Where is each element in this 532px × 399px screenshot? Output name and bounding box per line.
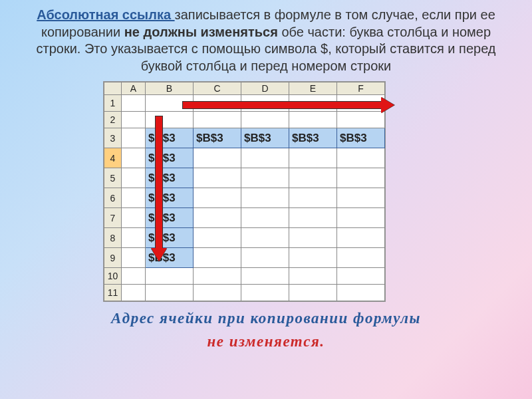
row-head: 8 bbox=[104, 228, 122, 248]
table-row: 6 $B$3 bbox=[104, 188, 385, 208]
cell bbox=[289, 168, 337, 188]
cell bbox=[337, 112, 385, 128]
cell bbox=[122, 188, 146, 208]
col-head: C bbox=[194, 82, 241, 95]
arrow-right-icon bbox=[182, 101, 383, 109]
table-row: 10 bbox=[104, 268, 385, 285]
cell-absolute-ref: $B$3 bbox=[146, 188, 194, 208]
cell bbox=[241, 168, 289, 188]
cell bbox=[289, 228, 337, 248]
table-row: 7 $B$3 bbox=[104, 208, 385, 228]
cell bbox=[194, 285, 241, 301]
table-row: 8 $B$3 bbox=[104, 228, 385, 248]
cell-absolute-ref: $B$3 bbox=[194, 128, 241, 148]
row-head: 9 bbox=[104, 248, 122, 268]
cell bbox=[122, 168, 146, 188]
cell bbox=[289, 148, 337, 168]
col-header-row: A B C D E F bbox=[104, 82, 385, 95]
cell bbox=[122, 95, 146, 112]
cell bbox=[122, 248, 146, 268]
cell bbox=[241, 285, 289, 301]
row-head: 11 bbox=[104, 285, 122, 301]
cell bbox=[337, 208, 385, 228]
cell bbox=[337, 148, 385, 168]
cell-absolute-ref: $B$3 bbox=[289, 128, 337, 148]
cell bbox=[146, 112, 194, 128]
table-row: 11 bbox=[104, 285, 385, 301]
cell bbox=[146, 268, 194, 285]
row-head: 4 bbox=[104, 148, 122, 168]
spreadsheet-grid: A B C D E F 1 2 3 bbox=[104, 82, 385, 301]
cell-absolute-ref: $B$3 bbox=[146, 128, 194, 148]
cell bbox=[194, 228, 241, 248]
cell bbox=[194, 248, 241, 268]
cell bbox=[241, 228, 289, 248]
cell bbox=[241, 148, 289, 168]
corner-cell bbox=[104, 82, 122, 95]
col-head: D bbox=[241, 82, 289, 95]
cell-absolute-ref: $B$3 bbox=[241, 128, 289, 148]
col-head: E bbox=[289, 82, 337, 95]
cell bbox=[337, 268, 385, 285]
cell bbox=[122, 128, 146, 148]
cell bbox=[241, 112, 289, 128]
cell bbox=[289, 112, 337, 128]
cell bbox=[194, 148, 241, 168]
cell bbox=[122, 112, 146, 128]
cell bbox=[241, 268, 289, 285]
conclusion-line-2: не изменяется. bbox=[207, 333, 325, 350]
cell bbox=[122, 148, 146, 168]
cell bbox=[289, 268, 337, 285]
row-head: 1 bbox=[104, 95, 122, 112]
term-absolute-reference: Абсолютная ссылка bbox=[37, 7, 174, 22]
col-head: F bbox=[337, 82, 385, 95]
cell bbox=[194, 208, 241, 228]
cell bbox=[122, 268, 146, 285]
col-head: B bbox=[146, 82, 194, 95]
row-head: 2 bbox=[104, 112, 122, 128]
description-paragraph: Абсолютная ссылка записывается в формуле… bbox=[19, 7, 513, 74]
cell bbox=[194, 188, 241, 208]
cell bbox=[289, 285, 337, 301]
spreadsheet-figure: A B C D E F 1 2 3 bbox=[103, 81, 429, 294]
cell-absolute-ref: $B$3 bbox=[146, 208, 194, 228]
table-row: 2 bbox=[104, 112, 385, 128]
cell bbox=[337, 228, 385, 248]
cell bbox=[194, 268, 241, 285]
cell bbox=[289, 188, 337, 208]
cell bbox=[337, 168, 385, 188]
table-row: 4 $B$3 bbox=[104, 148, 385, 168]
row-head: 3 bbox=[104, 128, 122, 148]
cell bbox=[241, 188, 289, 208]
row-head: 7 bbox=[104, 208, 122, 228]
row-head: 10 bbox=[104, 268, 122, 285]
col-head: A bbox=[122, 82, 146, 95]
cell-absolute-ref: $B$3 bbox=[146, 148, 194, 168]
cell bbox=[194, 112, 241, 128]
cell bbox=[241, 208, 289, 228]
conclusion-line-1: Адрес ячейки при копировании формулы bbox=[111, 310, 421, 327]
table-row: 9 $B$3 bbox=[104, 248, 385, 268]
cell bbox=[337, 188, 385, 208]
desc-bold: не должны изменяться bbox=[124, 25, 278, 39]
row-head: 5 bbox=[104, 168, 122, 188]
cell bbox=[289, 208, 337, 228]
cell-absolute-ref: $B$3 bbox=[146, 168, 194, 188]
cell bbox=[122, 208, 146, 228]
cell bbox=[122, 228, 146, 248]
cell-absolute-ref: $B$3 bbox=[146, 228, 194, 248]
cell bbox=[194, 168, 241, 188]
arrow-down-icon bbox=[155, 116, 163, 250]
spreadsheet: A B C D E F 1 2 3 bbox=[103, 81, 386, 302]
cell bbox=[289, 248, 337, 268]
cell bbox=[337, 248, 385, 268]
conclusion-text: Адрес ячейки при копировании формулы не … bbox=[19, 307, 513, 353]
row-head: 6 bbox=[104, 188, 122, 208]
table-row: 5 $B$3 bbox=[104, 168, 385, 188]
slide: Абсолютная ссылка записывается в формуле… bbox=[0, 0, 532, 399]
cell bbox=[241, 248, 289, 268]
cell bbox=[337, 285, 385, 301]
cell-absolute-ref: $B$3 bbox=[337, 128, 385, 148]
table-row: 3 $B$3 $B$3 $B$3 $B$3 $B$3 bbox=[104, 128, 385, 148]
cell bbox=[146, 285, 194, 301]
